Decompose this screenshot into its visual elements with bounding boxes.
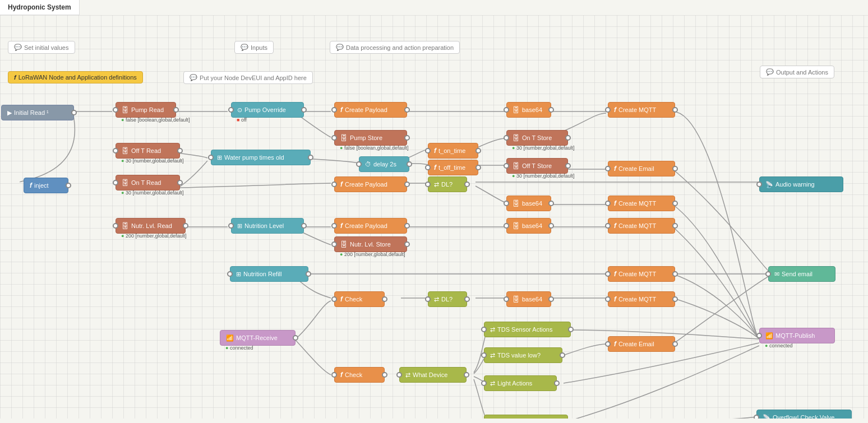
port-left <box>396 372 402 378</box>
nutrition-refill-node[interactable]: ⊞ Nutrition Refill <box>230 266 308 282</box>
mqtt-publish-node[interactable]: 📶 MQTT-Publish <box>759 328 835 343</box>
create-payload-3-node[interactable]: f Create Payload <box>334 218 407 234</box>
comment-inputs: 💬 Inputs <box>234 41 274 54</box>
create-mqtt-3-node[interactable]: f Create MQTT <box>608 218 675 234</box>
node-label: Nutr. Lvl. Store <box>350 241 391 248</box>
port-right <box>672 271 678 277</box>
create-payload-2-node[interactable]: f Create Payload <box>334 176 407 192</box>
t-on-time-node[interactable]: f t_on_time <box>428 143 478 159</box>
node-label: On T Read <box>131 179 161 186</box>
on-t-store-node[interactable]: 🗄 On T Store <box>506 130 568 146</box>
wifi-icon: 📡 <box>763 414 770 419</box>
port-right <box>407 161 412 167</box>
db-icon: 🗄 <box>513 106 520 114</box>
port-left <box>113 148 118 154</box>
node-label: Pump Override <box>244 106 286 113</box>
port-right <box>672 223 678 229</box>
node-label: base64 <box>522 200 542 207</box>
base64-4-node[interactable]: 🗄 base64 <box>506 291 551 307</box>
off-t-store-node[interactable]: 🗄 Off T Store <box>506 158 568 174</box>
overflow-check-valve-node[interactable]: 📡 Overflow! Check Valve <box>756 410 852 419</box>
db-icon: 🗄 <box>122 179 129 187</box>
nutrition-level-node[interactable]: ⊞ Nutrition Level <box>231 218 304 234</box>
create-mqtt-1-node[interactable]: f Create MQTT <box>608 102 675 118</box>
create-payload-1-node[interactable]: f Create Payload <box>334 102 407 118</box>
port-left <box>425 148 431 154</box>
node-label: inject <box>34 182 49 189</box>
off-t-read-node[interactable]: 🗄 Off T Read <box>116 143 180 159</box>
port-left <box>504 223 509 229</box>
dl-icon: ⇄ <box>490 352 495 359</box>
port-left <box>605 223 611 229</box>
port-right <box>554 380 560 386</box>
port-right <box>404 182 410 187</box>
on-t-read-node[interactable]: 🗄 On T Read <box>116 175 180 190</box>
send-email-node[interactable]: ✉ Send email <box>768 266 835 282</box>
nutr-lvl-read-node[interactable]: 🗄 Nutr. Lvl. Read <box>116 218 186 234</box>
pump-store-node[interactable]: 🗄 Pump Store <box>334 130 407 146</box>
create-mqtt-4-node[interactable]: f Create MQTT <box>608 266 675 282</box>
port-left <box>113 107 118 113</box>
inject-node[interactable]: f inject <box>24 178 68 193</box>
t-off-time-node[interactable]: f t_off_time <box>428 160 478 175</box>
port-right <box>404 241 410 247</box>
node-label: TDS value low? <box>497 352 541 359</box>
node-label: Check <box>345 371 362 378</box>
port-left <box>605 296 611 302</box>
nutr-lvl-read-sub: ● 200 [number,global,default] <box>121 233 187 239</box>
port-right <box>672 296 678 302</box>
port-right <box>66 183 71 188</box>
node-label: MQTT-Receive <box>236 334 278 341</box>
create-mqtt-5-node[interactable]: f Create MQTT <box>608 291 675 307</box>
port-right <box>560 352 565 358</box>
node-label: Nutr. Lvl. Read <box>131 222 172 229</box>
initial-read-node[interactable]: ▶ Initial Read ¹ <box>1 105 74 120</box>
create-mqtt-2-node[interactable]: f Create MQTT <box>608 196 675 211</box>
dl-1-node[interactable]: ⇄ DL? <box>428 176 467 192</box>
pump-read-node[interactable]: 🗄 Pump Read <box>116 102 176 118</box>
f-icon: f <box>340 106 343 114</box>
off-t-store-sub: ● 30 [number,global,default] <box>512 173 575 179</box>
node-label: DL? <box>441 181 453 188</box>
create-email-1-node[interactable]: f Create Email <box>608 161 675 176</box>
base64-3-node[interactable]: 🗄 base64 <box>506 218 551 234</box>
watertank-actions-node[interactable]: ⇄ Watertank Actions <box>484 415 568 419</box>
dl-icon: ⇄ <box>405 371 410 379</box>
mqtt-receive-node[interactable]: 📶 MQTT-Receive <box>220 330 296 346</box>
port-right <box>672 341 678 347</box>
port-right <box>382 372 387 378</box>
tds-sensor-actions-node[interactable]: ⇄ TDS Sensor Actions <box>484 322 571 337</box>
port-left <box>605 166 611 171</box>
f-icon: f <box>434 164 436 171</box>
f-icon: f <box>434 147 436 155</box>
port-left <box>331 296 337 302</box>
pump-override-node[interactable]: ⊙ Pump Override <box>231 102 304 118</box>
light-actions-node[interactable]: ⇄ Light Actions <box>484 375 557 391</box>
port-left <box>756 333 762 338</box>
nutr-lvl-store-node[interactable]: 🗄 Nutr. Lvl. Store <box>334 236 407 252</box>
on-t-read-sub: ● 30 [number,global,default] <box>121 190 184 196</box>
what-device-node[interactable]: ⇄ What Device <box>399 367 467 383</box>
check-2-node[interactable]: f Check <box>334 367 385 383</box>
node-label: base64 <box>522 222 542 229</box>
delay-2s-node[interactable]: ⏱ delay 2s <box>359 156 409 172</box>
base64-1-node[interactable]: 🗄 base64 <box>506 102 551 118</box>
port-left <box>331 107 337 113</box>
port-left <box>765 271 771 277</box>
check-1-node[interactable]: f Check <box>334 291 385 307</box>
dl-2-node[interactable]: ⇄ DL? <box>428 291 467 307</box>
db-icon: 🗄 <box>122 147 129 155</box>
port-right <box>382 296 387 302</box>
audio-warning-node[interactable]: 📡 Audio warning <box>759 176 843 192</box>
port-left <box>331 135 337 141</box>
port-right <box>71 110 77 115</box>
node-label: Create Payload <box>345 181 387 188</box>
base64-2-node[interactable]: 🗄 base64 <box>506 196 551 211</box>
tds-value-low-node[interactable]: ⇄ TDS value low? <box>484 347 562 363</box>
f-icon: f <box>614 295 616 303</box>
create-email-2-node[interactable]: f Create Email <box>608 336 675 352</box>
db-icon: 🗄 <box>340 240 348 249</box>
water-pump-times-old-node[interactable]: ⊞ Water pump times old <box>211 150 311 165</box>
mqtt-publish-sub: ● connected <box>765 343 792 348</box>
port-right <box>173 107 179 113</box>
